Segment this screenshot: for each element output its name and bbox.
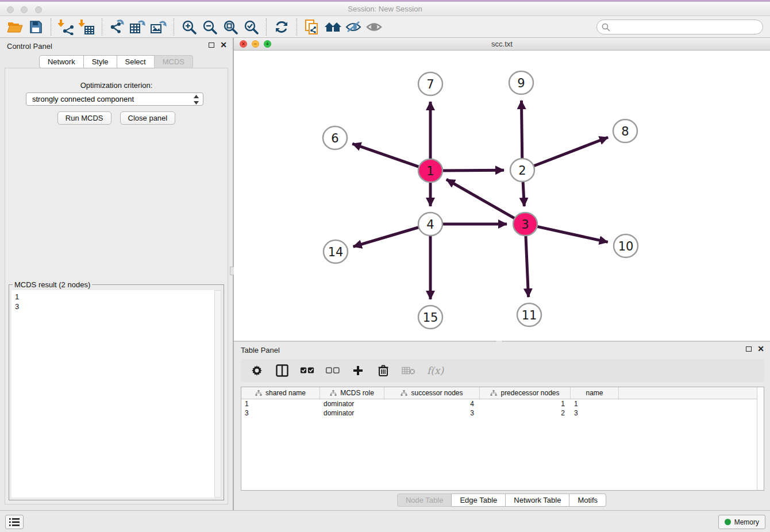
graph-node-6[interactable]: 6 <box>323 126 347 149</box>
column-header-mcds-role[interactable]: MCDS role <box>320 387 384 399</box>
home-icon[interactable] <box>322 18 343 36</box>
tab-node-table[interactable]: Node Table <box>397 494 452 507</box>
graph-node-1[interactable]: 1 <box>418 159 442 182</box>
cell-name[interactable]: 3 <box>571 408 619 418</box>
import-table-icon[interactable] <box>76 18 97 36</box>
zoom-fit-icon[interactable] <box>220 18 241 36</box>
result-scrollbar[interactable] <box>214 290 221 498</box>
network-graph[interactable]: 7968124314101511 <box>234 51 769 340</box>
graph-edge-4-14[interactable] <box>353 227 421 247</box>
float-panel-icon[interactable] <box>746 346 752 352</box>
column-header-name[interactable]: name <box>571 387 619 399</box>
tab-network-table[interactable]: Network Table <box>505 494 569 507</box>
table-row[interactable]: 1 dominator 4 1 1 <box>241 399 764 408</box>
cell-predecessor-nodes[interactable]: 1 <box>480 399 571 408</box>
fx-label: f(x) <box>427 365 444 376</box>
memory-button[interactable]: Memory <box>718 515 765 529</box>
svg-text:11: 11 <box>522 309 537 322</box>
cell-mcds-role[interactable]: dominator <box>320 408 384 418</box>
close-panel-icon[interactable]: ✕ <box>757 346 764 352</box>
cell-name[interactable]: 1 <box>571 399 619 408</box>
graph-node-4[interactable]: 4 <box>418 213 442 236</box>
settings-gear-icon[interactable] <box>250 364 264 377</box>
graph-node-9[interactable]: 9 <box>509 71 533 94</box>
column-type-icon <box>255 390 262 396</box>
search-input[interactable] <box>596 20 763 34</box>
cell-predecessor-nodes[interactable]: 2 <box>480 408 571 418</box>
graph-node-10[interactable]: 10 <box>614 234 638 257</box>
toolbar-separator <box>102 18 102 36</box>
cell-shared-name[interactable]: 1 <box>241 399 320 408</box>
function-builder-icon[interactable]: f(x) <box>427 364 444 377</box>
cell-successor-nodes[interactable]: 4 <box>384 399 480 408</box>
cell-successor-nodes[interactable]: 3 <box>384 408 480 418</box>
graph-edge-1-2[interactable] <box>441 170 504 171</box>
svg-text:7: 7 <box>426 78 434 91</box>
mcds-result-item: 1 <box>15 292 211 302</box>
delete-table-icon[interactable] <box>402 364 415 377</box>
delete-column-trash-icon[interactable] <box>376 364 390 377</box>
graph-node-15[interactable]: 15 <box>418 306 442 329</box>
svg-text:10: 10 <box>618 240 634 253</box>
graph-node-3[interactable]: 3 <box>513 213 537 236</box>
graph-node-8[interactable]: 8 <box>613 119 637 142</box>
graph-node-2[interactable]: 2 <box>510 159 534 182</box>
graph-edge-3-1[interactable] <box>446 179 516 219</box>
column-type-icon <box>490 390 497 396</box>
table-scrollbar[interactable] <box>757 387 764 490</box>
float-panel-icon[interactable] <box>209 43 214 48</box>
list-icon <box>9 517 20 527</box>
mcds-result-group: MCDS result (2 nodes) 1 3 <box>9 284 224 500</box>
split-view-icon[interactable] <box>275 364 289 377</box>
add-column-icon[interactable] <box>351 364 365 377</box>
import-network-icon[interactable] <box>56 18 76 36</box>
svg-text:8: 8 <box>621 125 629 138</box>
export-table-icon[interactable] <box>128 18 148 36</box>
cell-shared-name[interactable]: 3 <box>241 408 320 418</box>
task-history-button[interactable] <box>5 515 24 529</box>
zoom-selected-icon[interactable] <box>241 18 261 36</box>
open-session-icon[interactable] <box>5 18 25 36</box>
graph-edge-2-8[interactable] <box>532 137 608 167</box>
tab-motifs[interactable]: Motifs <box>569 494 606 507</box>
hide-panel-eye-icon[interactable] <box>343 18 364 36</box>
graph-edge-2-9[interactable] <box>521 101 522 160</box>
svg-text:4: 4 <box>426 218 434 232</box>
clone-network-icon[interactable] <box>302 18 322 36</box>
optimization-criterion-select[interactable]: strongly connected component <box>26 92 203 106</box>
graph-node-7[interactable]: 7 <box>418 72 442 95</box>
column-header-successor-nodes[interactable]: successor nodes <box>384 387 480 399</box>
run-mcds-button[interactable]: Run MCDS <box>57 111 111 125</box>
node-table: shared name MCDS role successor nodes pr… <box>241 387 764 491</box>
close-panel-button[interactable]: Close panel <box>120 111 176 125</box>
graph-edge-3-11[interactable] <box>526 234 529 297</box>
network-window-titlebar[interactable]: × − + scc.txt <box>234 38 770 51</box>
network-window-title: scc.txt <box>234 40 770 48</box>
cell-mcds-role[interactable]: dominator <box>320 399 384 408</box>
tab-edge-table[interactable]: Edge Table <box>451 494 506 507</box>
zoom-in-icon[interactable] <box>179 18 199 36</box>
export-image-icon[interactable] <box>148 18 169 36</box>
zoom-out-icon[interactable] <box>199 18 220 36</box>
show-panel-eye-icon[interactable] <box>364 18 384 36</box>
tab-mcds[interactable]: MCDS <box>154 55 193 68</box>
main-toolbar <box>0 16 770 38</box>
tab-network[interactable]: Network <box>39 55 84 68</box>
graph-edge-2-3[interactable] <box>523 180 524 206</box>
column-header-shared-name[interactable]: shared name <box>241 387 320 399</box>
tab-select[interactable]: Select <box>117 55 155 68</box>
table-row[interactable]: 3 dominator 3 2 3 <box>241 408 764 418</box>
refresh-icon[interactable] <box>271 18 292 36</box>
graph-node-11[interactable]: 11 <box>517 303 541 326</box>
export-network-icon[interactable] <box>107 18 128 36</box>
graph-edge-1-6[interactable] <box>352 144 421 167</box>
tab-style[interactable]: Style <box>83 55 117 68</box>
save-session-icon[interactable] <box>25 18 46 36</box>
close-panel-icon[interactable]: ✕ <box>220 42 227 48</box>
mcds-result-list[interactable]: 1 3 <box>11 290 214 498</box>
graph-edge-3-10[interactable] <box>536 226 608 242</box>
deselect-all-icon[interactable] <box>326 364 340 377</box>
select-all-icon[interactable] <box>301 364 314 377</box>
graph-node-14[interactable]: 14 <box>324 240 348 263</box>
column-header-predecessor-nodes[interactable]: predecessor nodes <box>480 387 571 399</box>
